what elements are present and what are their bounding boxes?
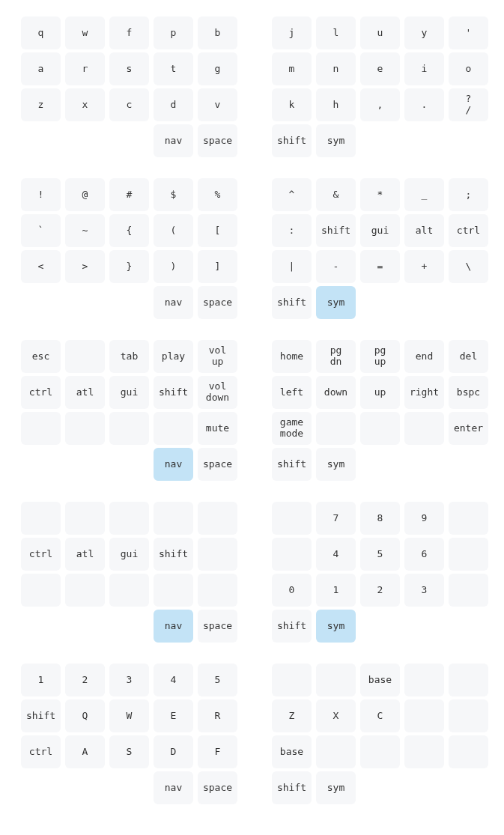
key-layers.0.rows.1.right.0: m xyxy=(272,52,312,85)
key-layers.4.rows.0.left.1: 2 xyxy=(65,664,105,696)
key-layers.0.rows.2.left.1: x xyxy=(65,88,105,121)
thumb-row: navspaceshiftsym xyxy=(21,124,483,157)
key-layers.4.rows.0.right.0: . xyxy=(272,664,312,696)
row-1: arstgmneio xyxy=(21,52,483,85)
key-layers.2.rows.0.right.1: pg dn xyxy=(316,340,356,373)
layer-base: qwfpbjluy'arstgmneiozxcdvkh,.? /navspace… xyxy=(21,16,483,157)
key-layers.3.rows.2.right.4: . xyxy=(449,574,488,607)
key-layers.4.thumbs.right.0: shift xyxy=(272,771,312,804)
key-layers.3.rows.1.right.4: . xyxy=(449,538,488,571)
key-layers.1.rows.1.right.4: ctrl xyxy=(449,214,488,247)
key-layers.3.thumbs.right.1: sym xyxy=(316,610,356,643)
key-layers.4.rows.1.right.4: . xyxy=(449,699,488,732)
key-layers.2.rows.2.right.3: . xyxy=(404,412,444,445)
key-layers.2.rows.0.right.2: pg up xyxy=(360,340,400,373)
key-layers.1.rows.2.left.2: } xyxy=(109,250,149,283)
key-layers.0.rows.1.left.3: t xyxy=(154,52,193,85)
key-layers.0.rows.2.right.3: . xyxy=(404,88,444,121)
key-layers.0.rows.1.right.4: o xyxy=(449,52,488,85)
key-layers.3.rows.2.left.0: . xyxy=(21,574,61,607)
key-layers.2.rows.2.left.0: . xyxy=(21,412,61,445)
key-layers.1.rows.0.left.2: # xyxy=(109,178,149,211)
row-2: <>})]|-=+\ xyxy=(21,250,483,283)
key-layers.4.rows.1.right.1: X xyxy=(316,699,356,732)
key-layers.1.rows.2.right.2: = xyxy=(360,250,400,283)
key-layers.2.rows.0.left.0: esc xyxy=(21,340,61,373)
key-layers.1.rows.2.left.0: < xyxy=(21,250,61,283)
key-layers.2.rows.2.right.0: game mode xyxy=(272,412,312,445)
layer-num: ......789.ctrlatlguishift..456......0123… xyxy=(21,502,483,643)
key-layers.4.rows.1.left.0: shift xyxy=(21,699,61,732)
row-2: ctrlASDFbase.... xyxy=(21,735,483,768)
key-layers.2.rows.1.right.4: bspc xyxy=(449,376,488,409)
key-layers.2.rows.1.right.1: down xyxy=(316,376,356,409)
row-0: qwfpbjluy' xyxy=(21,16,483,49)
key-layers.1.rows.1.right.1: shift xyxy=(316,214,356,247)
key-layers.2.thumbs.right.0: shift xyxy=(272,448,312,481)
key-layers.3.rows.2.left.1: . xyxy=(65,574,105,607)
key-layers.4.rows.1.left.4: R xyxy=(198,699,237,732)
key-layers.4.thumbs.left.0: nav xyxy=(154,771,193,804)
key-layers.1.rows.2.left.1: > xyxy=(65,250,105,283)
key-layers.4.rows.1.right.3: . xyxy=(404,699,444,732)
key-layers.3.rows.0.right.1: 7 xyxy=(316,502,356,535)
row-2: zxcdvkh,.? / xyxy=(21,88,483,121)
key-layers.1.rows.2.right.3: + xyxy=(404,250,444,283)
key-layers.4.rows.2.left.4: F xyxy=(198,735,237,768)
key-layers.1.rows.0.right.2: * xyxy=(360,178,400,211)
key-layers.3.rows.2.left.2: . xyxy=(109,574,149,607)
key-layers.0.rows.2.right.1: h xyxy=(316,88,356,121)
key-layers.1.rows.0.right.3: _ xyxy=(404,178,444,211)
key-layers.4.rows.0.right.3: . xyxy=(404,664,444,696)
key-layers.1.rows.2.right.1: - xyxy=(316,250,356,283)
key-layers.3.rows.0.right.3: 9 xyxy=(404,502,444,535)
key-layers.4.rows.2.right.1: . xyxy=(316,735,356,768)
key-layers.2.rows.2.left.3: . xyxy=(154,412,193,445)
key-layers.2.thumbs.left.1: space xyxy=(198,448,237,481)
key-layers.3.rows.1.left.4: . xyxy=(198,538,237,571)
key-layers.3.rows.1.left.2: gui xyxy=(109,538,149,571)
key-layers.3.rows.1.right.2: 5 xyxy=(360,538,400,571)
key-layers.1.rows.2.left.3: ) xyxy=(154,250,193,283)
key-layers.2.rows.1.left.3: shift xyxy=(154,376,193,409)
key-layers.4.rows.2.right.4: . xyxy=(449,735,488,768)
key-layers.1.rows.2.right.4: \ xyxy=(449,250,488,283)
key-layers.3.rows.0.left.1: . xyxy=(65,502,105,535)
key-layers.4.thumbs.right.1: sym xyxy=(316,771,356,804)
key-layers.0.rows.2.left.4: v xyxy=(198,88,237,121)
key-layers.2.rows.0.right.0: home xyxy=(272,340,312,373)
key-layers.0.thumbs.right.1: sym xyxy=(316,124,356,157)
key-layers.2.rows.2.left.4: mute xyxy=(198,412,237,445)
key-layers.4.rows.1.right.0: Z xyxy=(272,699,312,732)
key-layers.4.rows.1.left.1: Q xyxy=(65,699,105,732)
key-layers.4.rows.2.left.0: ctrl xyxy=(21,735,61,768)
thumb-row: navspaceshiftsym xyxy=(21,448,483,481)
key-layers.0.rows.0.left.2: f xyxy=(109,16,149,49)
key-layers.2.rows.0.left.3: play xyxy=(154,340,193,373)
key-layers.3.rows.2.left.4: . xyxy=(198,574,237,607)
key-layers.0.rows.2.right.4: ? / xyxy=(449,88,488,121)
key-layers.3.rows.0.left.3: . xyxy=(154,502,193,535)
key-layers.2.rows.0.right.4: del xyxy=(449,340,488,373)
row-1: shiftQWERZXC.. xyxy=(21,699,483,732)
key-layers.2.rows.1.left.0: ctrl xyxy=(21,376,61,409)
key-layers.3.thumbs.right.0: shift xyxy=(272,610,312,643)
key-layers.1.rows.1.right.3: alt xyxy=(404,214,444,247)
key-layers.1.rows.1.left.2: { xyxy=(109,214,149,247)
key-layers.0.rows.0.left.3: p xyxy=(154,16,193,49)
key-layers.3.thumbs.left.1: space xyxy=(198,610,237,643)
key-layers.0.rows.0.left.1: w xyxy=(65,16,105,49)
key-layers.0.rows.2.left.2: c xyxy=(109,88,149,121)
key-layers.0.rows.0.right.2: u xyxy=(360,16,400,49)
thumb-row: navspaceshiftsym xyxy=(21,771,483,804)
key-layers.0.thumbs.left.1: space xyxy=(198,124,237,157)
key-layers.4.rows.2.right.3: . xyxy=(404,735,444,768)
key-layers.3.rows.1.left.1: atl xyxy=(65,538,105,571)
key-layers.1.rows.2.left.4: ] xyxy=(198,250,237,283)
row-1: ctrlatlguishift..456. xyxy=(21,538,483,571)
key-layers.1.thumbs.left.1: space xyxy=(198,286,237,319)
row-2: ....mutegame mode...enter xyxy=(21,412,483,445)
key-layers.3.rows.0.left.4: . xyxy=(198,502,237,535)
key-layers.3.rows.1.right.0: . xyxy=(272,538,312,571)
key-layers.4.rows.2.left.2: S xyxy=(109,735,149,768)
